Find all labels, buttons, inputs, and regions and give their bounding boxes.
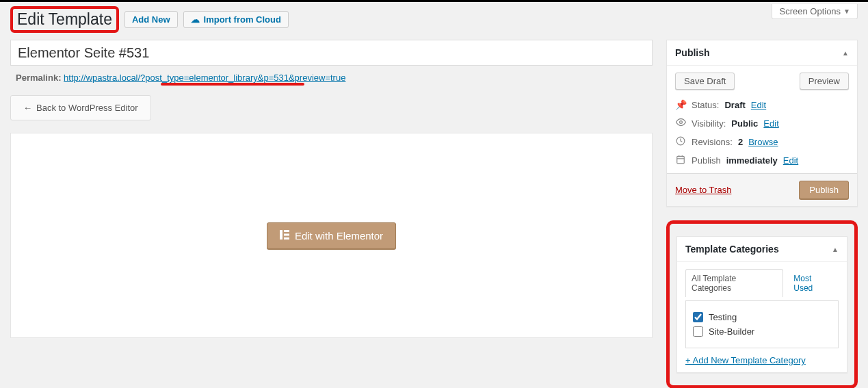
publish-header[interactable]: Publish ▲ — [667, 40, 857, 66]
svg-rect-0 — [280, 230, 282, 240]
editor-canvas: Edit with Elementor — [10, 133, 653, 338]
svg-point-4 — [679, 121, 682, 124]
add-new-button[interactable]: Add New — [124, 11, 178, 28]
svg-rect-3 — [284, 237, 289, 240]
publish-time-label: Publish — [692, 155, 721, 166]
chevron-up-icon: ▲ — [832, 246, 839, 253]
preview-button[interactable]: Preview — [800, 73, 849, 90]
add-new-label: Add New — [132, 14, 170, 25]
category-item-site-builder[interactable]: Site-Builder — [693, 326, 831, 337]
arrow-left-icon: ← — [23, 103, 32, 113]
eye-icon — [675, 117, 686, 129]
screen-options-label: Screen Options — [779, 6, 841, 16]
move-to-trash-link[interactable]: Move to Trash — [675, 185, 731, 195]
revisions-label: Revisions: — [692, 137, 733, 147]
post-title-input[interactable] — [10, 40, 653, 66]
permalink-link[interactable]: http://wpastra.local/?post_type=elemento… — [64, 73, 345, 83]
svg-rect-6 — [677, 156, 685, 164]
status-edit-link[interactable]: Edit — [751, 100, 766, 110]
svg-rect-2 — [284, 233, 289, 235]
publish-time-edit-link[interactable]: Edit — [783, 155, 798, 166]
category-label: Testing — [709, 312, 737, 322]
visibility-edit-link[interactable]: Edit — [763, 118, 778, 129]
revisions-count: 2 — [738, 137, 743, 147]
template-categories-metabox: Template Categories ▲ All Template Categ… — [676, 236, 847, 373]
chevron-down-icon: ▼ — [843, 8, 850, 15]
import-from-cloud-button[interactable]: ☁ Import from Cloud — [183, 11, 289, 28]
categories-header[interactable]: Template Categories ▲ — [677, 237, 847, 262]
category-item-testing[interactable]: Testing — [693, 312, 831, 322]
permalink-label: Permalink: — [16, 73, 61, 83]
calendar-icon — [675, 155, 686, 166]
import-label: Import from Cloud — [204, 14, 281, 25]
annotation-underline — [161, 83, 304, 86]
tab-all-categories[interactable]: All Template Categories — [685, 269, 783, 297]
publish-metabox: Publish ▲ Save Draft Preview 📌 Status: D… — [666, 40, 858, 207]
revisions-browse-link[interactable]: Browse — [748, 137, 778, 147]
add-new-category-link[interactable]: + Add New Template Category — [685, 355, 806, 365]
elementor-btn-label: Edit with Elementor — [295, 230, 383, 242]
tab-most-used[interactable]: Most Used — [787, 269, 839, 297]
revisions-icon — [675, 136, 686, 148]
save-draft-button[interactable]: Save Draft — [675, 73, 735, 90]
chevron-up-icon: ▲ — [842, 49, 849, 57]
page-title: Edit Template — [10, 6, 119, 33]
edit-with-elementor-button[interactable]: Edit with Elementor — [267, 222, 396, 249]
screen-options-button[interactable]: Screen Options ▼ — [772, 4, 858, 19]
publish-time-value: immediately — [726, 155, 778, 166]
svg-rect-1 — [284, 230, 289, 232]
categories-highlight-frame: Template Categories ▲ All Template Categ… — [666, 220, 858, 388]
category-checkbox-site-builder[interactable] — [693, 326, 703, 337]
status-value: Draft — [724, 100, 745, 110]
elementor-icon — [280, 230, 289, 242]
visibility-value: Public — [731, 118, 758, 129]
back-to-wp-editor-button[interactable]: ← Back to WordPress Editor — [10, 95, 151, 120]
status-label: Status: — [692, 100, 719, 110]
category-label: Site-Builder — [709, 326, 754, 337]
categories-title: Template Categories — [685, 244, 779, 255]
visibility-label: Visibility: — [692, 118, 726, 129]
publish-button[interactable]: Publish — [799, 181, 849, 199]
cloud-icon: ☁ — [191, 14, 200, 25]
back-label: Back to WordPress Editor — [36, 103, 138, 113]
publish-title: Publish — [675, 47, 710, 58]
pin-icon: 📌 — [675, 99, 686, 110]
category-checkbox-testing[interactable] — [693, 312, 703, 322]
